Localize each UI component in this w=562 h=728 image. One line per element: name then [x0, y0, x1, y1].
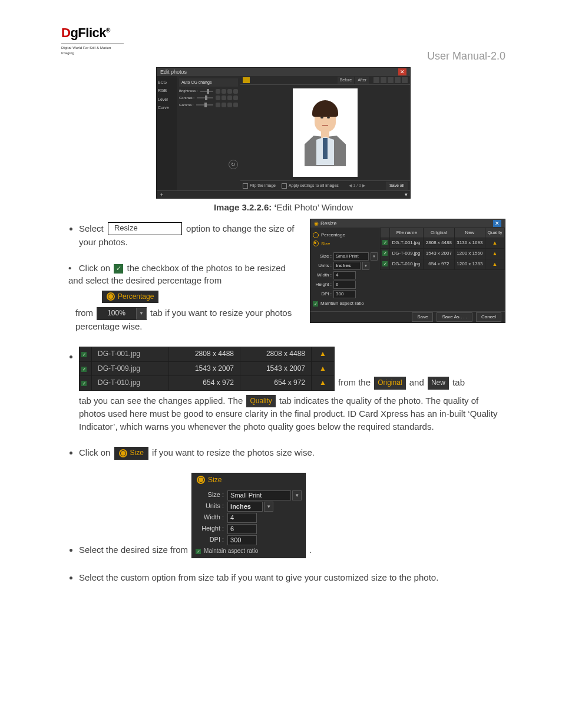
aspect-ratio-checkbox[interactable]: ✓Maintain aspect ratio — [196, 547, 302, 556]
apply-all-checkbox[interactable] — [282, 183, 287, 189]
quality-icon: ▲ — [485, 259, 505, 269]
edit-photo-window: Edit photos ✕ BCG RGB Level Curve Auto C… — [156, 67, 411, 199]
plus-icon[interactable]: ＋ — [159, 191, 164, 199]
resize-dialog: ◉ Resize ✕ Percentage Size Size :Small P… — [310, 219, 505, 323]
quality-icon: ▲ — [485, 238, 505, 248]
reset-icon — [233, 103, 238, 107]
dpi-input[interactable]: 300 — [227, 535, 257, 545]
save-button[interactable]: Save — [412, 312, 433, 322]
bullet-6: Select the custom option from size tab i… — [79, 571, 505, 584]
size-select[interactable]: Small Print — [227, 490, 291, 500]
size-settings-panel: Size Size :Small Print▼ Units :inches▼ W… — [191, 473, 306, 559]
percentage-combo[interactable]: 100%▼ — [97, 307, 147, 319]
quality-icon: ▲ — [319, 350, 326, 358]
size-select[interactable]: Small Print — [333, 252, 369, 261]
close-icon[interactable]: ✕ — [493, 220, 501, 227]
window-title: Edit photos — [160, 68, 187, 76]
flip-checkbox[interactable] — [243, 183, 248, 189]
grid-icon[interactable] — [395, 77, 401, 83]
row-check-icon[interactable]: ✓ — [382, 261, 388, 266]
photo-preview — [293, 88, 358, 177]
tab-rgb[interactable]: RGB — [158, 87, 176, 95]
row-check-icon[interactable]: ✓ — [382, 251, 388, 256]
zoom-fit-icon[interactable] — [373, 77, 379, 83]
zoom-out-icon[interactable] — [388, 77, 394, 83]
check-icon[interactable]: ✓ — [114, 264, 123, 274]
table-row: ✓ DG-T-009.jpg1543 x 20071543 x 2007▲ — [80, 361, 335, 375]
percentage-radio[interactable]: Percentage — [313, 232, 378, 239]
size-radio[interactable]: Size — [313, 241, 378, 248]
flip-label: Flip the image — [250, 183, 276, 189]
dropdown-icon[interactable]: ▼ — [292, 490, 302, 500]
units-select[interactable]: inches — [227, 502, 263, 512]
file-list-strip: ✓ DG-T-001.jpg2808 x 44882808 x 4488▲ ✓ … — [79, 347, 335, 390]
brightness-slider[interactable]: Brightness : — [179, 88, 238, 94]
bullet-1: Select Resize option to change the size … — [79, 222, 505, 332]
height-input[interactable]: 6 — [333, 281, 356, 289]
original-tab-chip: Original — [374, 377, 405, 389]
tab-bcg[interactable]: BCG — [158, 78, 176, 87]
quality-icon: ▲ — [319, 378, 326, 387]
table-row: ✓DG-T-010.jpg654 x 9721200 x 1783▲ — [381, 259, 505, 269]
close-icon[interactable]: ✕ — [398, 68, 406, 75]
resize-dialog-title: Resize — [320, 219, 337, 228]
size-radio-pill[interactable]: Size — [114, 447, 148, 459]
row-check-icon[interactable]: ✓ — [81, 367, 87, 372]
trash-icon[interactable]: ▾ — [405, 191, 408, 199]
row-check-icon[interactable]: ✓ — [382, 240, 388, 245]
table-row: ✓ DG-T-010.jpg654 x 972654 x 972▲ — [80, 376, 335, 390]
dropdown-icon[interactable]: ▼ — [264, 502, 273, 512]
quality-icon: ▲ — [485, 248, 505, 259]
warning-icon — [243, 77, 250, 83]
edit-side-tabs: BCG RGB Level Curve — [157, 76, 177, 190]
contrast-slider[interactable]: Contrast : — [179, 95, 238, 101]
width-input[interactable]: 4 — [333, 271, 356, 279]
bullet-5: Select the desired size from Size Size :… — [79, 473, 505, 559]
resize-file-table: File name Original New Quality ✓DG-T-001… — [380, 228, 505, 270]
units-select[interactable]: inches — [333, 262, 361, 270]
dropdown-icon[interactable]: ▼ — [362, 262, 369, 270]
save-as-button[interactable]: Save As . . . — [437, 312, 472, 322]
before-toggle[interactable]: Before — [338, 77, 355, 84]
tab-level[interactable]: Level — [158, 95, 176, 104]
table-row: ✓ DG-T-001.jpg2808 x 44882808 x 4488▲ — [80, 347, 335, 361]
row-check-icon[interactable]: ✓ — [81, 352, 87, 357]
brand-logo: DgFlick® Digital World For Still & Motio… — [61, 24, 124, 55]
row-check-icon[interactable]: ✓ — [81, 381, 87, 386]
cancel-button[interactable]: Cancel — [476, 312, 501, 322]
pager[interactable]: ◀ 1 / 3 ▶ — [349, 183, 365, 189]
aspect-ratio-checkbox[interactable]: ✓Maintain aspect ratio — [313, 300, 378, 307]
table-row: ✓DG-T-009.jpg1543 x 20071200 x 1560▲ — [381, 248, 505, 259]
figure-caption: Image 3.2.2.6: ‘Edit Photo’ Window — [61, 201, 505, 214]
bullet-4: Click on Size if you want to resize the … — [79, 446, 505, 460]
quality-icon: ▲ — [319, 364, 326, 373]
reset-icon — [233, 89, 238, 94]
panel-heading: Auto CG change — [179, 78, 238, 87]
dropdown-icon[interactable]: ▼ — [371, 252, 378, 261]
fullscreen-icon[interactable] — [402, 77, 408, 83]
zoom-in-icon[interactable] — [381, 77, 386, 83]
table-row: ✓DG-T-001.jpg2808 x 44883136 x 1693▲ — [381, 238, 505, 248]
save-all-button[interactable]: Save all — [386, 182, 408, 190]
width-input[interactable]: 4 — [227, 513, 257, 523]
gamma-slider[interactable]: Gamma : — [179, 103, 238, 108]
after-toggle[interactable]: After — [355, 77, 369, 84]
resize-option-chip[interactable]: Resize — [108, 222, 182, 235]
manual-version: User Manual-2.0 — [427, 48, 505, 64]
quality-tab-chip: Quality — [246, 395, 275, 407]
dpi-input[interactable]: 300 — [333, 290, 356, 298]
height-input[interactable]: 6 — [227, 524, 257, 534]
percentage-radio[interactable]: Percentage — [102, 291, 158, 303]
tab-curve[interactable]: Curve — [158, 104, 176, 112]
reset-icon — [233, 95, 238, 100]
bullet-3: ✓ DG-T-001.jpg2808 x 44882808 x 4488▲ ✓ … — [79, 347, 505, 433]
apply-all-label: Apply settings to all images — [289, 183, 339, 189]
rotate-icon[interactable]: ↻ — [229, 160, 238, 169]
new-tab-chip: New — [428, 377, 449, 389]
